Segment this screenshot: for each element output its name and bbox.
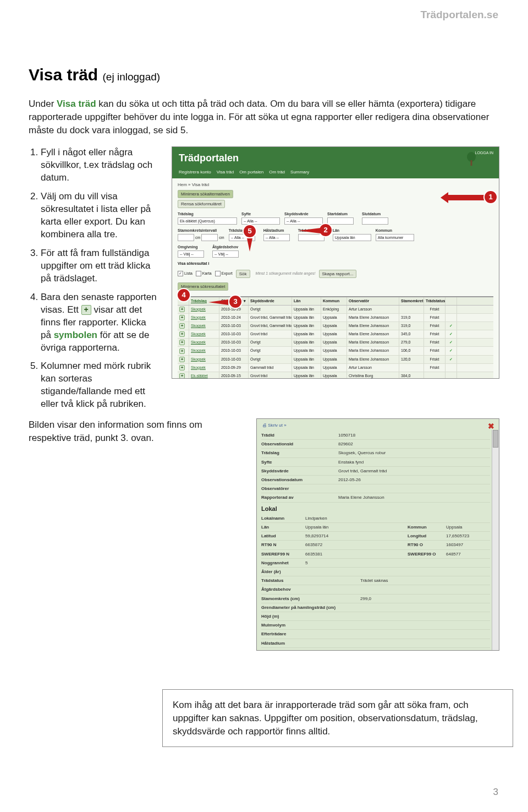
inp-atg[interactable]: -- Välj -- <box>212 250 239 258</box>
extra-row: Mulmvolym <box>261 621 490 630</box>
nav-item[interactable]: Visa träd <box>217 169 234 175</box>
app-title: Trädportalen <box>172 147 499 167</box>
cell-tradslag[interactable]: Skogsek <box>189 339 219 346</box>
inp-stam-max[interactable] <box>201 234 218 241</box>
intro-text-a: Under <box>29 99 57 109</box>
opt-karta: Karta <box>202 271 212 275</box>
lokal-heading: Lokal <box>261 505 490 513</box>
table-row: +Skogsek2010-10-03ÖvrigtUppsala länUppsa… <box>178 356 493 364</box>
cell-tradslag[interactable]: Skogsek <box>189 314 219 321</box>
cell-tradslag[interactable]: Skogsek <box>189 322 219 330</box>
page-number: 3 <box>493 786 498 799</box>
lbl-omg: Omgivning <box>178 244 208 250</box>
cell-tradslag[interactable]: Skogsek <box>189 306 219 313</box>
cell-tradslag[interactable]: Ek-släktet <box>189 372 219 379</box>
opt-export: Export <box>222 271 233 275</box>
print-label: Skriv ut » <box>268 423 286 428</box>
lokal-row: SWEREF99 N6635381SWEREF99 O648577 <box>261 550 490 559</box>
lokal-row: LänUppsala länKommunUppsala <box>261 523 490 532</box>
nav-item[interactable]: Summary <box>290 169 309 175</box>
cell-tradslag[interactable]: Skogsek <box>189 356 219 363</box>
unit-cm: cm <box>219 235 224 241</box>
lbl-slut: Slutdatum <box>362 211 392 217</box>
inp-skydd[interactable]: -- Alla -- <box>284 217 323 225</box>
scrollbar[interactable] <box>492 430 499 650</box>
extra-row: Höjd (m) <box>261 612 490 621</box>
lbl-kommun: Kommun <box>376 228 414 233</box>
below-text: Bilden visar den information som finns o… <box>29 418 243 651</box>
inp-kommun[interactable]: Alla kommuner <box>376 234 414 241</box>
visa-label: Visa sökresultat i <box>178 261 493 266</box>
print-link[interactable]: 🖨 Skriv ut » <box>262 422 287 428</box>
skapa-button[interactable]: Skapa rapport... <box>319 270 357 278</box>
lbl-start: Startdatum <box>327 211 358 217</box>
table-row: +Skogsek2010-10-24Grovt träd, Gammalt tr… <box>178 314 493 322</box>
intro-paragraph: Under Visa träd kan du söka ut och titta… <box>29 97 502 137</box>
lokal-row: LokalnamnLindparken <box>261 514 490 523</box>
th-kommun[interactable]: Kommun <box>321 297 347 305</box>
cb-lista[interactable] <box>178 271 183 276</box>
th-stam[interactable]: Stamomkrets <box>399 297 424 305</box>
lbl-stam: Stamomkretsintervall <box>178 228 224 233</box>
th-status[interactable]: Trädstatus <box>424 297 446 305</box>
detail-row: Observationsdatum2012-05-26 <box>261 476 490 484</box>
lbl-atg: Åtgärdsbehov <box>212 244 243 250</box>
nav-item[interactable]: Registrera konto <box>179 169 211 175</box>
extra-row: TrädstatusTrädet saknas <box>261 576 490 585</box>
clear-button[interactable]: Rensa sökformuläret <box>178 200 225 208</box>
inp-lan[interactable]: Uppsala län <box>333 234 371 241</box>
step-4: Bara den senaste rapporten visas. Ett + … <box>41 291 158 355</box>
detail-row: SyfteEnstaka fynd <box>261 458 490 467</box>
th-skydd[interactable]: Skyddsvärde <box>249 297 292 305</box>
th-observator[interactable]: Observatör <box>347 297 399 305</box>
note-box: Kom ihåg att det bara är inrapporterade … <box>162 689 513 747</box>
callout-arrow-3 <box>208 299 228 305</box>
minimize-button[interactable]: Minimera sökalternativen <box>178 190 233 198</box>
cell-tradslag[interactable]: Skogsek <box>189 347 219 355</box>
inp-halst[interactable]: -- Alla -- <box>263 234 290 241</box>
lbl-tradslag: Trädslag <box>178 211 237 217</box>
page-title: Visa träd (ej inloggad) <box>29 63 499 86</box>
lbl-lan: Län <box>333 228 371 233</box>
cb-karta[interactable] <box>196 271 201 276</box>
callout-arrow-2 <box>299 228 321 233</box>
table-row: +Skogsek2010-10-03Grovt träd, Gammalt tr… <box>178 322 493 330</box>
lokal-row: RT90 N6635872RT90 O1603497 <box>261 541 490 549</box>
inp-tradid[interactable] <box>298 234 324 241</box>
inp-slut[interactable] <box>362 217 388 225</box>
step4-sym: symbolen <box>54 330 97 340</box>
login-link[interactable]: LOGGA IN <box>475 150 493 156</box>
inp-start[interactable] <box>327 217 354 225</box>
cb-export[interactable] <box>215 271 221 276</box>
detail-row: SkyddsvärdeGrovt träd, Gammalt träd <box>261 467 490 476</box>
inp-tradslag[interactable]: Ek-släktet (Quercus) <box>178 217 237 225</box>
table-row: +Skogsek2010-10-03Grovt trädUppsala länU… <box>178 330 493 339</box>
intro-keyword: Visa träd <box>57 99 96 109</box>
detail-row: Observatörer <box>261 484 490 493</box>
inp-omg[interactable]: -- Välj -- <box>178 250 204 258</box>
svg-rect-1 <box>471 160 472 166</box>
inp-stam-min[interactable] <box>178 234 194 241</box>
intro-text-b: kan du söka ut och titta på träd och dat… <box>29 99 489 135</box>
th-lan[interactable]: Län <box>292 297 321 305</box>
lbl-syfte: Syfte <box>241 211 280 217</box>
step-2: Välj om du vill visa sökresultatet i lis… <box>41 190 158 241</box>
lbl-halst: Hålstadium <box>263 228 294 233</box>
page-title-sub: (ej inloggad) <box>103 71 161 83</box>
app-nav: Registrera konto Visa träd Om portalen O… <box>172 168 499 178</box>
tree-icon <box>466 151 477 167</box>
cell-tradslag[interactable]: Skogsek <box>189 364 219 372</box>
table-row: +Skogsek2010-10-29ÖvrigtUppsala länEnköp… <box>178 306 493 314</box>
extra-row: Hålstadium <box>261 639 490 648</box>
callout-arrow-1 <box>448 195 487 200</box>
detail-row: TrädId1050718 <box>261 431 490 440</box>
inp-syfte[interactable]: -- Alla -- <box>241 217 280 225</box>
scroll-thumb[interactable] <box>493 430 498 448</box>
nav-item[interactable]: Om portalen <box>239 169 263 175</box>
cell-tradslag[interactable]: Skogsek <box>189 330 219 338</box>
plus-icon: + <box>81 305 91 315</box>
unit-cm: cm <box>195 235 200 241</box>
nav-item[interactable]: Om träd <box>269 169 285 175</box>
lbl-skydd: Skyddsvärde <box>284 211 323 217</box>
sok-button[interactable]: Sök <box>236 270 250 278</box>
